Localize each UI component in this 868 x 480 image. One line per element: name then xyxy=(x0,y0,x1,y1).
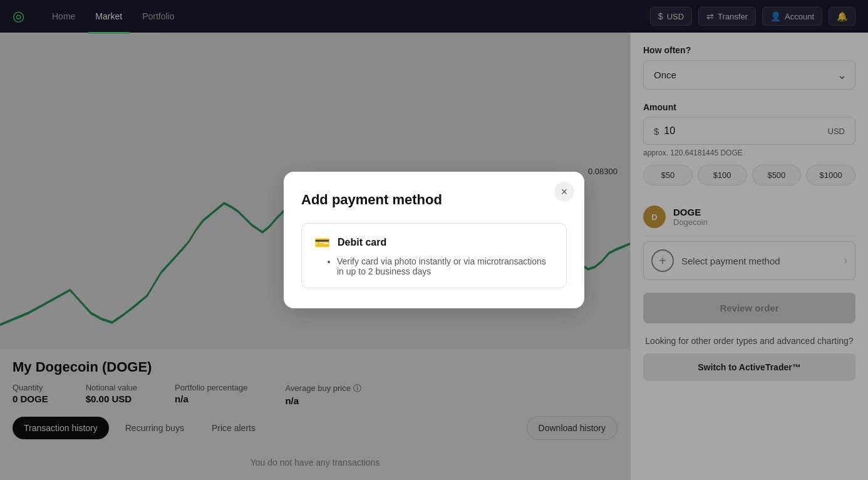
debit-card-detail-0: Verify card via photo instantly or via m… xyxy=(337,256,554,276)
debit-card-title: Debit card xyxy=(338,237,386,248)
modal-overlay[interactable]: × Add payment method 💳 Debit card Verify… xyxy=(0,0,868,480)
debit-card-header: 💳 Debit card xyxy=(314,235,554,250)
modal-title: Add payment method xyxy=(301,192,567,208)
modal-close-button[interactable]: × xyxy=(554,182,574,202)
debit-card-option[interactable]: 💳 Debit card Verify card via photo insta… xyxy=(301,223,567,288)
debit-card-details: Verify card via photo instantly or via m… xyxy=(337,256,554,276)
add-payment-modal: × Add payment method 💳 Debit card Verify… xyxy=(284,172,584,308)
debit-card-icon: 💳 xyxy=(314,235,330,250)
